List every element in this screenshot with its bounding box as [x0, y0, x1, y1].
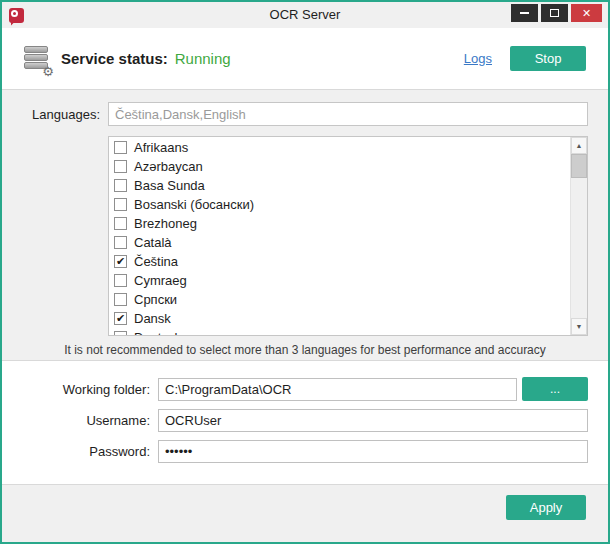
service-status-section: ⚙ Service status: Running Logs Stop	[2, 28, 608, 90]
checkbox[interactable]	[114, 160, 127, 173]
apply-section: Apply	[2, 485, 608, 542]
language-list-item[interactable]: Brezhoneg	[109, 214, 570, 233]
stop-button[interactable]: Stop	[510, 46, 586, 71]
service-status-value: Running	[175, 50, 231, 67]
checkbox[interactable]	[114, 236, 127, 249]
checkbox[interactable]	[114, 293, 127, 306]
language-list-item[interactable]: Bosanski (босански)	[109, 195, 570, 214]
scroll-down-button[interactable]: ▼	[571, 318, 587, 335]
language-label: Српски	[134, 292, 177, 307]
languages-label: Languages:	[22, 107, 100, 122]
language-label: Brezhoneg	[134, 216, 197, 231]
window-controls: ✕	[511, 4, 602, 22]
checkbox[interactable]	[114, 179, 127, 192]
checkbox[interactable]	[114, 274, 127, 287]
language-list-item[interactable]: Српски	[109, 290, 570, 309]
username-label: Username:	[22, 413, 150, 428]
browse-button[interactable]: ...	[522, 377, 588, 401]
working-folder-row: Working folder: ...	[22, 377, 588, 401]
server-disk	[24, 54, 48, 61]
maximize-icon	[550, 9, 559, 17]
language-list-item[interactable]: ✔ Dansk	[109, 309, 570, 328]
gear-icon: ⚙	[42, 65, 54, 78]
language-list-item[interactable]: ✔ Čeština	[109, 252, 570, 271]
language-label: Cymraeg	[134, 273, 187, 288]
language-list-item[interactable]: Afrikaans	[109, 138, 570, 157]
scroll-up-button[interactable]: ▲	[571, 137, 587, 154]
language-list-item[interactable]: Azərbaycan	[109, 157, 570, 176]
service-status-label: Service status:	[61, 50, 168, 67]
minimize-icon	[520, 12, 529, 14]
language-list-box: Afrikaans Azərbaycan Basa Sunda Bosanski…	[108, 136, 588, 336]
server-icon: ⚙	[24, 46, 48, 72]
working-folder-input[interactable]	[158, 378, 517, 401]
password-input[interactable]	[158, 440, 588, 463]
checkbox[interactable]: ✔	[114, 312, 127, 325]
scrollbar-track[interactable]: ▲ ▼	[570, 137, 587, 335]
apply-button[interactable]: Apply	[506, 495, 586, 520]
maximize-button[interactable]	[541, 4, 568, 22]
languages-hint-text: It is not recommended to select more tha…	[22, 343, 588, 357]
language-label: Català	[134, 235, 172, 250]
language-list-item[interactable]: Cymraeg	[109, 271, 570, 290]
language-label: Afrikaans	[134, 140, 188, 155]
language-label: Bosanski (босански)	[134, 197, 254, 212]
language-label: Čeština	[134, 254, 178, 269]
close-button[interactable]: ✕	[571, 4, 602, 22]
minimize-button[interactable]	[511, 4, 538, 22]
language-label: Azərbaycan	[134, 159, 203, 174]
language-label: Dansk	[134, 311, 171, 326]
language-label: Deutsch	[134, 330, 182, 335]
languages-row: Languages:	[22, 102, 588, 126]
ocr-server-window: OCR Server ✕ ⚙ Service status: Running L…	[0, 0, 610, 544]
language-list-item[interactable]: Català	[109, 233, 570, 252]
close-icon: ✕	[582, 8, 591, 19]
username-row: Username:	[22, 409, 588, 432]
server-disk	[24, 46, 48, 53]
checkbox[interactable]	[114, 331, 127, 335]
logs-link[interactable]: Logs	[464, 51, 492, 66]
checkbox[interactable]	[114, 198, 127, 211]
checkbox[interactable]: ✔	[114, 255, 127, 268]
titlebar: OCR Server ✕	[2, 2, 608, 28]
username-input[interactable]	[158, 409, 588, 432]
checkbox[interactable]	[114, 141, 127, 154]
language-list-item[interactable]: Basa Sunda	[109, 176, 570, 195]
language-label: Basa Sunda	[134, 178, 205, 193]
selected-languages-input[interactable]	[108, 102, 588, 126]
language-list-item[interactable]: Deutsch	[109, 328, 570, 335]
languages-section: Languages: Afrikaans Azərbaycan Basa Sun…	[2, 90, 608, 361]
language-list: Afrikaans Azərbaycan Basa Sunda Bosanski…	[109, 138, 570, 335]
settings-section: Working folder: ... Username: Password:	[2, 361, 608, 485]
working-folder-label: Working folder:	[22, 382, 150, 397]
password-label: Password:	[22, 444, 150, 459]
checkbox[interactable]	[114, 217, 127, 230]
scrollbar-thumb[interactable]	[571, 154, 587, 178]
password-row: Password:	[22, 440, 588, 463]
